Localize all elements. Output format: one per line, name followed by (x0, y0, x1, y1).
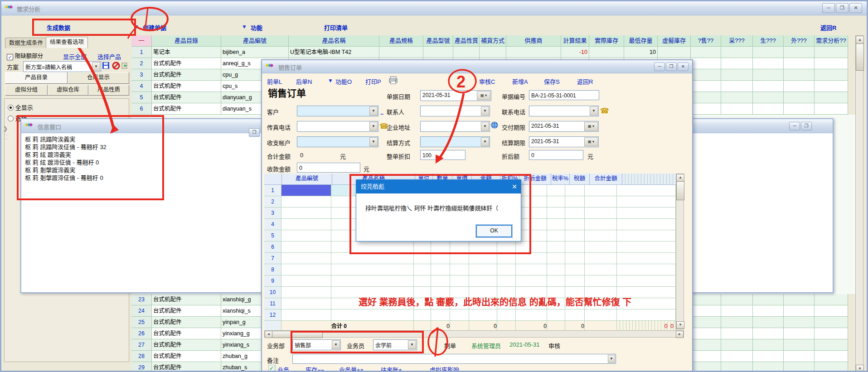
grid-cell[interactable] (469, 264, 497, 275)
grid-cell[interactable] (281, 309, 331, 321)
table-cell[interactable]: 台式机配件 (152, 81, 221, 92)
grid-cell[interactable] (414, 253, 431, 264)
table-cell[interactable] (589, 47, 624, 58)
table-cell[interactable] (721, 69, 753, 81)
table-cell[interactable] (753, 305, 784, 317)
column-header[interactable]: 產品名稱 (289, 35, 379, 47)
table-cell[interactable] (691, 81, 721, 92)
table-cell[interactable] (753, 81, 784, 92)
column-header[interactable]: 產品型號 (423, 35, 453, 47)
table-cell[interactable] (721, 317, 753, 328)
table-cell[interactable] (721, 103, 753, 115)
grid-cell[interactable] (547, 208, 565, 219)
table-cell[interactable]: 台式机配件 (152, 362, 221, 372)
grid-column-header[interactable]: 稅率% (551, 174, 570, 185)
minimize-icon[interactable]: ─ (822, 3, 835, 13)
grid-cell[interactable] (585, 196, 617, 208)
column-header[interactable]: 虛擬庫存 (658, 35, 691, 47)
run-plan-icon[interactable] (121, 62, 129, 72)
address-select[interactable]: ▼ (420, 121, 490, 132)
grid-cell[interactable] (565, 242, 585, 253)
table-cell[interactable]: 台式机配件 (152, 317, 221, 328)
deliver-date-input[interactable]: 2021-05-31 ▦ ▾ (529, 121, 599, 132)
scroll-right-icon[interactable]: ► (676, 331, 684, 338)
table-cell[interactable] (815, 69, 848, 81)
grid-cell[interactable] (331, 298, 414, 309)
grid-cell[interactable] (585, 208, 617, 219)
person-select[interactable]: 余学前 ▼ (373, 339, 417, 350)
grid-cell[interactable] (547, 275, 565, 287)
table-cell[interactable] (815, 81, 848, 92)
grid-row[interactable]: 10 (264, 287, 682, 298)
table-cell[interactable] (753, 103, 784, 115)
grid-cell[interactable] (497, 253, 516, 264)
table-cell[interactable] (691, 294, 721, 305)
scrollbar-thumb[interactable] (676, 181, 684, 200)
grid-row[interactable]: 7 (264, 253, 682, 264)
grid-cell[interactable] (281, 208, 331, 219)
table-cell[interactable]: 台式机配件 (152, 294, 221, 305)
table-cell[interactable] (691, 47, 721, 58)
grid-cell[interactable] (414, 275, 431, 287)
grid-cell[interactable] (516, 253, 547, 264)
table-cell[interactable] (784, 92, 815, 103)
account-select[interactable]: ▼ (297, 136, 378, 147)
table-cell[interactable] (753, 317, 784, 328)
table-cell[interactable]: 台式机配件 (152, 351, 221, 362)
table-cell[interactable] (784, 294, 815, 305)
grid-cell[interactable] (497, 264, 516, 275)
main-back-button[interactable]: 返回R (820, 23, 836, 32)
grid-cell[interactable] (469, 287, 497, 298)
settle-date-input[interactable]: 2021-05-31 ▦ ▾ (529, 136, 599, 147)
table-cell[interactable]: 台式机配件 (152, 69, 221, 81)
table-cell[interactable] (691, 339, 721, 351)
grid-cell[interactable] (516, 264, 547, 275)
tree-expander-icon[interactable]: ❯ (3, 126, 8, 132)
chevron-down-icon[interactable]: ▼ (481, 137, 489, 146)
grid-cell[interactable] (414, 264, 431, 275)
grid-cell[interactable] (565, 298, 585, 309)
table-cell[interactable] (721, 58, 753, 69)
grid-cell[interactable] (565, 309, 585, 321)
table-cell[interactable] (691, 317, 721, 328)
note-input[interactable]: ▼ (292, 354, 616, 364)
after-discount-input[interactable]: 0 (529, 150, 583, 160)
table-cell[interactable] (753, 328, 784, 339)
ok-button[interactable]: OK (476, 225, 512, 237)
table-cell[interactable] (784, 81, 815, 92)
grid-cell[interactable] (431, 242, 450, 253)
table-cell[interactable]: -10 (561, 47, 589, 58)
calendar-icon[interactable]: ▦ ▾ (584, 122, 598, 131)
grid-cell[interactable] (565, 219, 585, 230)
grid-cell[interactable] (497, 242, 516, 253)
contact-select[interactable]: ▼ (420, 106, 490, 116)
save-plan-icon[interactable] (102, 62, 110, 72)
show-all-link[interactable]: 显示全部 (63, 52, 87, 61)
table-cell[interactable] (379, 47, 423, 58)
grid-cell[interactable] (547, 196, 565, 208)
table-cell[interactable] (784, 351, 815, 362)
grid-cell[interactable] (585, 230, 617, 242)
sales-back-button[interactable]: 返回R (577, 77, 593, 86)
grid-cell[interactable] (547, 298, 565, 309)
discount-input[interactable]: 100 (420, 150, 466, 160)
grid-cell[interactable] (547, 253, 565, 264)
grid-cell[interactable] (585, 287, 617, 298)
create-doc-button[interactable]: 创建单据 (143, 23, 166, 32)
grid-cell[interactable] (431, 264, 450, 275)
grid-cell[interactable] (281, 287, 331, 298)
grid-row[interactable]: 11 (264, 298, 682, 309)
grid-cell[interactable] (565, 287, 585, 298)
table-cell[interactable] (691, 92, 721, 103)
grid-cell[interactable] (281, 242, 331, 253)
sales-functions-button[interactable]: 功能O (335, 77, 352, 86)
chevron-down-icon[interactable]: ▼ (481, 122, 489, 131)
calendar-icon[interactable]: ▦ ▾ (584, 137, 598, 146)
scrollbar-thumb[interactable] (272, 331, 323, 338)
grid-cell[interactable] (281, 253, 331, 264)
main-vertical-scrollbar[interactable]: ▲ ▼ (855, 35, 863, 372)
table-cell[interactable] (815, 58, 848, 69)
delete-plan-icon[interactable] (112, 62, 120, 72)
column-header[interactable]: 供應商 (506, 35, 561, 47)
chevron-down-icon[interactable]: ▼ (369, 122, 378, 131)
